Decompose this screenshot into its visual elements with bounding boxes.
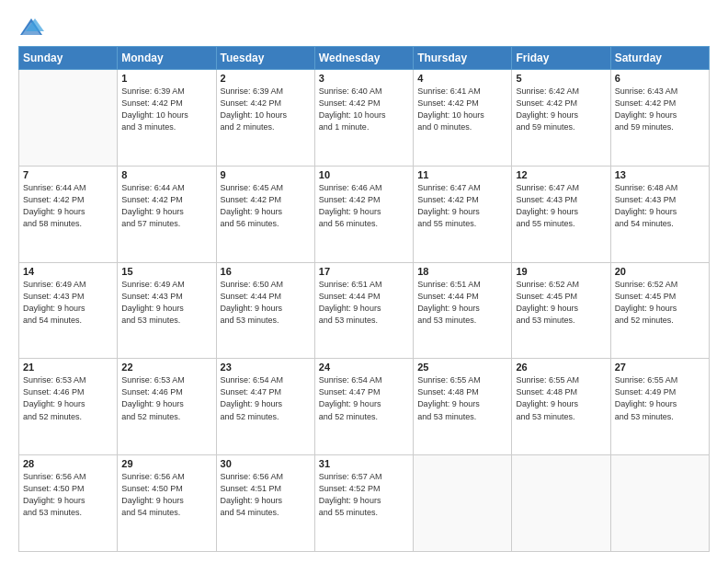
calendar-cell: 31Sunrise: 6:57 AMSunset: 4:52 PMDayligh… <box>314 455 413 552</box>
calendar-cell: 13Sunrise: 6:48 AMSunset: 4:43 PMDayligh… <box>610 166 709 262</box>
day-info: Sunrise: 6:39 AMSunset: 4:42 PMDaylight:… <box>121 86 211 133</box>
calendar-cell: 26Sunrise: 6:55 AMSunset: 4:48 PMDayligh… <box>512 359 610 455</box>
day-info: Sunrise: 6:40 AMSunset: 4:42 PMDaylight:… <box>319 86 409 133</box>
day-info: Sunrise: 6:41 AMSunset: 4:42 PMDaylight:… <box>417 86 507 133</box>
day-number: 3 <box>319 73 409 84</box>
day-number: 12 <box>516 169 606 180</box>
day-number: 7 <box>23 169 113 180</box>
calendar-cell: 17Sunrise: 6:51 AMSunset: 4:44 PMDayligh… <box>314 262 413 359</box>
day-info: Sunrise: 6:43 AMSunset: 4:42 PMDaylight:… <box>615 86 705 133</box>
week-row-1: 1Sunrise: 6:39 AMSunset: 4:42 PMDaylight… <box>19 70 710 167</box>
day-number: 17 <box>319 266 409 277</box>
weekday-header-sunday: Sunday <box>19 47 118 70</box>
day-info: Sunrise: 6:47 AMSunset: 4:42 PMDaylight:… <box>417 182 507 230</box>
day-info: Sunrise: 6:56 AMSunset: 4:51 PMDaylight:… <box>221 471 311 519</box>
day-info: Sunrise: 6:52 AMSunset: 4:45 PMDaylight:… <box>516 279 606 327</box>
weekday-header-monday: Monday <box>118 47 216 70</box>
weekday-header-thursday: Thursday <box>414 47 512 70</box>
calendar-cell: 20Sunrise: 6:52 AMSunset: 4:45 PMDayligh… <box>610 262 709 359</box>
day-number: 24 <box>319 362 409 373</box>
calendar-cell <box>512 455 610 552</box>
calendar-cell: 22Sunrise: 6:53 AMSunset: 4:46 PMDayligh… <box>118 359 216 455</box>
calendar-cell: 14Sunrise: 6:49 AMSunset: 4:43 PMDayligh… <box>19 262 118 359</box>
day-number: 25 <box>417 362 507 373</box>
logo <box>18 15 48 40</box>
weekday-header-row: SundayMondayTuesdayWednesdayThursdayFrid… <box>19 47 710 70</box>
weekday-header-friday: Friday <box>512 47 610 70</box>
day-info: Sunrise: 6:51 AMSunset: 4:44 PMDaylight:… <box>417 279 507 327</box>
calendar-cell: 27Sunrise: 6:55 AMSunset: 4:49 PMDayligh… <box>610 359 709 455</box>
day-info: Sunrise: 6:56 AMSunset: 4:50 PMDaylight:… <box>23 471 113 519</box>
day-number: 19 <box>516 266 606 277</box>
calendar-cell: 6Sunrise: 6:43 AMSunset: 4:42 PMDaylight… <box>610 70 709 167</box>
calendar-cell: 23Sunrise: 6:54 AMSunset: 4:47 PMDayligh… <box>216 359 314 455</box>
calendar-cell: 25Sunrise: 6:55 AMSunset: 4:48 PMDayligh… <box>414 359 512 455</box>
day-info: Sunrise: 6:52 AMSunset: 4:45 PMDaylight:… <box>615 279 705 327</box>
day-info: Sunrise: 6:49 AMSunset: 4:43 PMDaylight:… <box>121 279 211 327</box>
day-info: Sunrise: 6:57 AMSunset: 4:52 PMDaylight:… <box>319 471 409 519</box>
day-info: Sunrise: 6:53 AMSunset: 4:46 PMDaylight:… <box>121 374 211 422</box>
day-info: Sunrise: 6:55 AMSunset: 4:48 PMDaylight:… <box>516 374 606 422</box>
day-number: 6 <box>615 73 705 84</box>
day-info: Sunrise: 6:47 AMSunset: 4:43 PMDaylight:… <box>516 182 606 230</box>
calendar-cell: 12Sunrise: 6:47 AMSunset: 4:43 PMDayligh… <box>512 166 610 262</box>
calendar-cell: 3Sunrise: 6:40 AMSunset: 4:42 PMDaylight… <box>314 70 413 167</box>
calendar-cell: 30Sunrise: 6:56 AMSunset: 4:51 PMDayligh… <box>216 455 314 552</box>
calendar-cell: 29Sunrise: 6:56 AMSunset: 4:50 PMDayligh… <box>118 455 216 552</box>
day-number: 31 <box>319 458 409 469</box>
day-number: 2 <box>221 73 311 84</box>
day-info: Sunrise: 6:51 AMSunset: 4:44 PMDaylight:… <box>319 279 409 327</box>
logo-icon <box>18 15 44 40</box>
calendar-cell <box>19 70 118 167</box>
day-info: Sunrise: 6:42 AMSunset: 4:42 PMDaylight:… <box>516 86 606 133</box>
week-row-5: 28Sunrise: 6:56 AMSunset: 4:50 PMDayligh… <box>19 455 710 552</box>
calendar-cell: 10Sunrise: 6:46 AMSunset: 4:42 PMDayligh… <box>314 166 413 262</box>
day-info: Sunrise: 6:44 AMSunset: 4:42 PMDaylight:… <box>23 182 113 230</box>
day-info: Sunrise: 6:44 AMSunset: 4:42 PMDaylight:… <box>121 182 211 230</box>
calendar-table: SundayMondayTuesdayWednesdayThursdayFrid… <box>18 46 710 552</box>
day-number: 30 <box>221 458 311 469</box>
day-info: Sunrise: 6:55 AMSunset: 4:49 PMDaylight:… <box>615 374 705 422</box>
weekday-header-wednesday: Wednesday <box>314 47 413 70</box>
calendar-cell: 15Sunrise: 6:49 AMSunset: 4:43 PMDayligh… <box>118 262 216 359</box>
day-number: 10 <box>319 169 409 180</box>
day-info: Sunrise: 6:49 AMSunset: 4:43 PMDaylight:… <box>23 279 113 327</box>
week-row-4: 21Sunrise: 6:53 AMSunset: 4:46 PMDayligh… <box>19 359 710 455</box>
day-number: 5 <box>516 73 606 84</box>
calendar-cell <box>610 455 709 552</box>
calendar-cell: 16Sunrise: 6:50 AMSunset: 4:44 PMDayligh… <box>216 262 314 359</box>
calendar-cell: 5Sunrise: 6:42 AMSunset: 4:42 PMDaylight… <box>512 70 610 167</box>
day-info: Sunrise: 6:54 AMSunset: 4:47 PMDaylight:… <box>221 374 311 422</box>
day-number: 23 <box>221 362 311 373</box>
page: SundayMondayTuesdayWednesdayThursdayFrid… <box>0 0 728 563</box>
day-info: Sunrise: 6:56 AMSunset: 4:50 PMDaylight:… <box>121 471 211 519</box>
calendar-cell: 9Sunrise: 6:45 AMSunset: 4:42 PMDaylight… <box>216 166 314 262</box>
day-number: 8 <box>121 169 211 180</box>
day-number: 9 <box>221 169 311 180</box>
day-info: Sunrise: 6:46 AMSunset: 4:42 PMDaylight:… <box>319 182 409 230</box>
calendar-cell: 1Sunrise: 6:39 AMSunset: 4:42 PMDaylight… <box>118 70 216 167</box>
calendar-cell: 2Sunrise: 6:39 AMSunset: 4:42 PMDaylight… <box>216 70 314 167</box>
day-number: 28 <box>23 458 113 469</box>
calendar-cell: 7Sunrise: 6:44 AMSunset: 4:42 PMDaylight… <box>19 166 118 262</box>
calendar-cell <box>414 455 512 552</box>
calendar-cell: 28Sunrise: 6:56 AMSunset: 4:50 PMDayligh… <box>19 455 118 552</box>
calendar-cell: 21Sunrise: 6:53 AMSunset: 4:46 PMDayligh… <box>19 359 118 455</box>
day-number: 20 <box>615 266 705 277</box>
weekday-header-saturday: Saturday <box>610 47 709 70</box>
day-number: 21 <box>23 362 113 373</box>
calendar-cell: 24Sunrise: 6:54 AMSunset: 4:47 PMDayligh… <box>314 359 413 455</box>
day-number: 22 <box>121 362 211 373</box>
day-info: Sunrise: 6:45 AMSunset: 4:42 PMDaylight:… <box>221 182 311 230</box>
day-number: 26 <box>516 362 606 373</box>
day-number: 4 <box>417 73 507 84</box>
calendar-cell: 4Sunrise: 6:41 AMSunset: 4:42 PMDaylight… <box>414 70 512 167</box>
day-number: 16 <box>221 266 311 277</box>
week-row-2: 7Sunrise: 6:44 AMSunset: 4:42 PMDaylight… <box>19 166 710 262</box>
day-number: 15 <box>121 266 211 277</box>
day-info: Sunrise: 6:53 AMSunset: 4:46 PMDaylight:… <box>23 374 113 422</box>
calendar-cell: 18Sunrise: 6:51 AMSunset: 4:44 PMDayligh… <box>414 262 512 359</box>
day-number: 18 <box>417 266 507 277</box>
day-number: 14 <box>23 266 113 277</box>
calendar-cell: 19Sunrise: 6:52 AMSunset: 4:45 PMDayligh… <box>512 262 610 359</box>
